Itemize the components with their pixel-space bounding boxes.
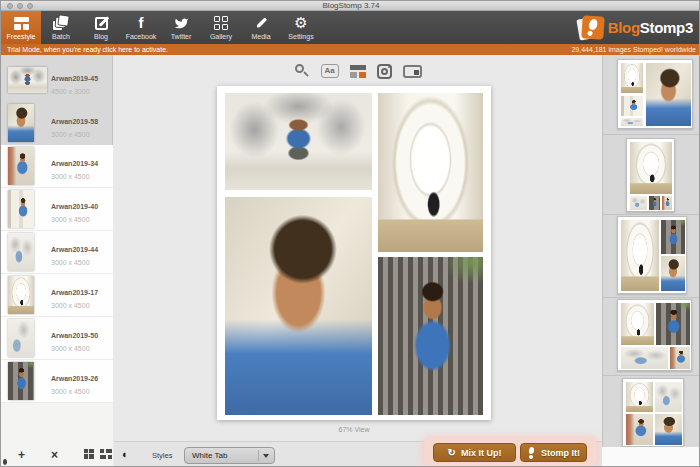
mix-it-up-button[interactable]: ↻ Mix It Up! bbox=[433, 443, 516, 462]
tab-blog[interactable]: Blog bbox=[81, 11, 121, 44]
grid-view-icon[interactable] bbox=[84, 449, 94, 459]
caption-icon[interactable] bbox=[403, 65, 422, 78]
layout-icon[interactable] bbox=[350, 65, 366, 78]
stomp-counter: 29,444,181 images Stomped! worldwide bbox=[571, 44, 696, 55]
tab-facebook[interactable]: f Facebook bbox=[121, 11, 161, 44]
footprint-corner-icon bbox=[2, 459, 10, 467]
zoom-level-label: 67% View bbox=[217, 426, 491, 433]
tab-freestyle[interactable]: Freestyle bbox=[1, 11, 41, 44]
style-select-value: White Tab bbox=[192, 448, 227, 463]
style-preview-1[interactable] bbox=[617, 59, 693, 129]
chevron-down-icon bbox=[263, 454, 269, 458]
stomp-it-label: Stomp It! bbox=[541, 448, 580, 458]
photo-thumbnail bbox=[8, 233, 34, 271]
file-list: Arwan2019-454500 x 3000 Arwan2019-583000… bbox=[1, 59, 113, 403]
photo-striped-wall[interactable] bbox=[378, 257, 483, 415]
logo-footprint-icon bbox=[580, 16, 604, 40]
blogstomp-logo: BlogStomp3 bbox=[580, 11, 693, 44]
bottom-right-panel bbox=[602, 447, 700, 467]
photo-thumbnail bbox=[8, 147, 34, 185]
trial-activate-link[interactable]: Trial Mode, when you're ready click here… bbox=[7, 44, 168, 55]
style-select[interactable]: White Tab bbox=[184, 447, 275, 464]
styles-label: Styles bbox=[152, 451, 172, 460]
file-list-item[interactable]: Arwan2019-263000 x 4500 bbox=[1, 360, 113, 403]
search-icon[interactable] bbox=[294, 63, 310, 79]
batch-stack-icon bbox=[53, 16, 69, 31]
dark-mode-icon[interactable]: ◐ bbox=[122, 447, 129, 461]
text-style-icon[interactable]: Aa bbox=[321, 64, 339, 78]
sidebar-footer: + × bbox=[1, 403, 113, 467]
window-title: BlogStomp 3.74 bbox=[1, 1, 700, 11]
photo-archway[interactable] bbox=[378, 93, 483, 252]
photo-boy-closeup[interactable] bbox=[225, 197, 372, 415]
photo-thumbnail bbox=[8, 67, 47, 93]
file-list-sidebar: Arwan2019-454500 x 3000 Arwan2019-583000… bbox=[1, 55, 113, 467]
photo-thumbnail bbox=[8, 276, 34, 314]
app-window: BlogStomp 3.74 Freestyle Batch Blog f Fa… bbox=[0, 0, 700, 467]
file-list-item[interactable]: Arwan2019-173000 x 4500 bbox=[1, 274, 113, 317]
file-list-item[interactable]: Arwan2019-443000 x 4500 bbox=[1, 231, 113, 274]
style-preview-2[interactable] bbox=[626, 138, 675, 212]
file-list-item[interactable]: Arwan2019-343000 x 4500 bbox=[1, 145, 113, 188]
logo-text-stomp: Stomp3 bbox=[640, 19, 693, 36]
remove-photos-button[interactable]: × bbox=[51, 449, 58, 461]
tab-batch[interactable]: Batch bbox=[41, 11, 81, 44]
style-preview-4[interactable] bbox=[617, 299, 692, 371]
main-toolbar: Freestyle Batch Blog f Facebook Twitter … bbox=[1, 11, 700, 44]
style-preview-3[interactable] bbox=[617, 216, 687, 294]
twitter-bird-icon bbox=[174, 16, 189, 31]
tab-settings[interactable]: ⚙ Settings bbox=[281, 11, 321, 44]
shuffle-icon: ↻ bbox=[448, 448, 456, 458]
photo-mural[interactable] bbox=[225, 93, 372, 190]
collage-page[interactable] bbox=[217, 86, 491, 420]
photo-thumbnail bbox=[8, 362, 34, 400]
gallery-grid-icon bbox=[214, 16, 228, 30]
add-photos-button[interactable]: + bbox=[18, 449, 25, 461]
photo-thumbnail bbox=[8, 104, 34, 142]
logo-text-blog: Blog bbox=[608, 19, 640, 36]
facebook-icon: f bbox=[139, 16, 144, 30]
file-list-item[interactable]: Arwan2019-403000 x 4500 bbox=[1, 188, 113, 231]
tab-media[interactable]: Media bbox=[241, 11, 281, 44]
photo-thumbnail bbox=[8, 190, 34, 228]
layout-preview-sidebar bbox=[602, 55, 700, 447]
trial-banner: Trial Mode, when you're ready click here… bbox=[1, 44, 700, 55]
file-list-item[interactable]: Arwan2019-583000 x 4500 bbox=[1, 102, 113, 145]
tab-gallery[interactable]: Gallery bbox=[201, 11, 241, 44]
stomp-it-button[interactable]: Stomp It! bbox=[520, 443, 587, 462]
blog-compose-icon bbox=[95, 17, 108, 30]
instagram-icon[interactable] bbox=[377, 64, 392, 79]
freestyle-layout-icon bbox=[14, 17, 29, 30]
photo-thumbnail bbox=[8, 319, 34, 357]
file-list-item[interactable]: Arwan2019-454500 x 3000 bbox=[1, 59, 113, 102]
style-preview-5[interactable] bbox=[622, 378, 684, 447]
collage-view-icon[interactable] bbox=[100, 449, 112, 459]
gear-icon: ⚙ bbox=[294, 16, 307, 30]
media-pen-icon bbox=[254, 16, 269, 30]
footprint-icon bbox=[527, 447, 536, 459]
canvas-toolbar: Aa bbox=[113, 62, 602, 80]
titlebar: BlogStomp 3.74 bbox=[1, 1, 700, 11]
tab-twitter[interactable]: Twitter bbox=[161, 11, 201, 44]
mix-it-up-label: Mix It Up! bbox=[461, 448, 502, 458]
file-list-item[interactable]: Arwan2019-503000 x 4500 bbox=[1, 317, 113, 360]
